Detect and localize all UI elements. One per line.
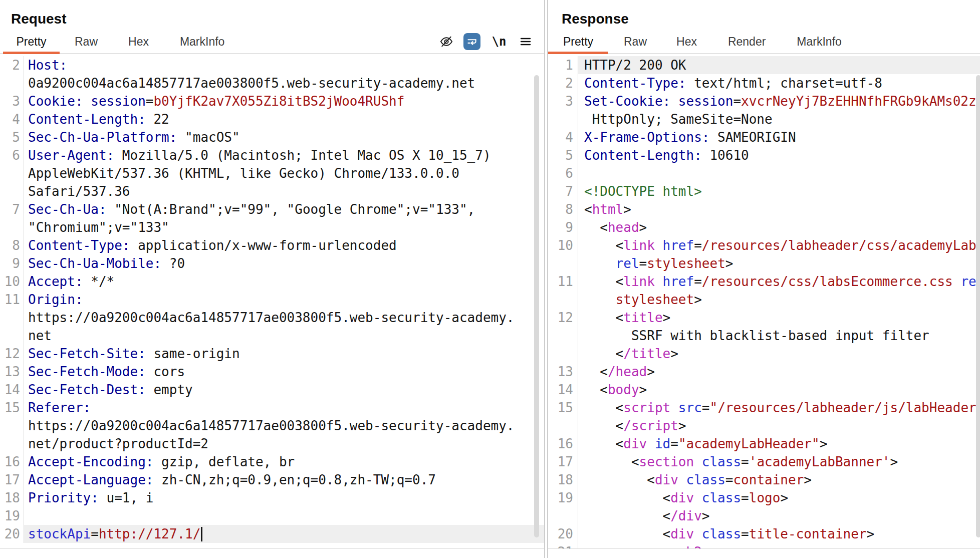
code-line[interactable]: stylesheet> [548,291,980,309]
code-line[interactable]: 16Accept-Encoding: gzip, deflate, br [0,453,544,471]
code-line[interactable]: 10 <link href=/resources/labheader/css/a… [548,236,980,254]
newline-glyphs-toggle-icon[interactable]: \n [492,34,507,49]
code-line[interactable]: SSRF with blacklist-based input filter [548,327,980,345]
request-editor[interactable]: 2Host:0a9200c004ac6a14857717ae003800f5.w… [0,54,544,548]
tab-pretty[interactable]: Pretty [548,30,608,53]
code-line[interactable]: 8Content-Type: application/x-www-form-ur… [0,236,544,254]
code-line[interactable]: 11 <link href=/resources/css/labsEcommer… [548,272,980,291]
code-segment: < [584,202,592,217]
code-line[interactable]: 10Accept: */* [0,272,544,291]
code-line[interactable]: 7Sec-Ch-Ua: "Not(A:Brand";v="99", "Googl… [0,200,544,218]
line-number: 13 [0,363,24,381]
code-line[interactable]: AppleWebKit/537.36 (KHTML, like Gecko) C… [0,164,544,182]
code-line[interactable]: 19 <div class=logo> [548,489,980,507]
tab-raw[interactable]: Raw [624,30,647,53]
code-segment: = [639,256,647,271]
code-text: https://0a9200c004ac6a14857717ae003800f5… [24,309,544,327]
code-line[interactable]: https://0a9200c004ac6a14857717ae003800f5… [0,309,544,327]
code-line[interactable]: </div> [548,507,980,525]
code-segment: > [663,310,671,325]
code-line[interactable]: 3Set-Cookie: session=xvcrNeyYj7BzEHHNfhF… [548,92,980,110]
code-line[interactable]: 13 </head> [548,363,980,381]
code-line[interactable]: 6 [548,164,980,182]
code-segment [670,400,678,415]
response-header: Response PrettyRawHexRenderMarkInfo [548,0,980,54]
code-line[interactable]: https://0a9200c004ac6a14857717ae003800f5… [0,417,544,435]
response-scrollbar-thumb[interactable] [976,75,980,537]
code-segment: < [584,508,670,523]
code-text: 0a9200c004ac6a14857717ae003800f5.web-sec… [24,74,544,92]
code-line[interactable]: 11Origin: [0,291,544,309]
code-line[interactable]: 14Sec-Fetch-Dest: empty [0,381,544,399]
code-text: Cookie: session=b0YjfK2av7X055Zi8itBS2jW… [24,92,544,110]
code-segment: Host: [28,58,67,73]
response-editor[interactable]: 1HTTP/2 200 OK2Content-Type: text/html; … [548,54,980,548]
code-line[interactable]: 12 <title> [548,309,980,327]
code-line[interactable]: 16 <div id="academyLabHeader"> [548,435,980,453]
code-line[interactable]: 15Referer: [0,399,544,417]
code-text: "Chromium";v="133" [24,218,544,236]
code-text: Content-Length: 10610 [578,146,980,164]
hide-markers-eye-icon[interactable] [439,34,454,49]
code-line[interactable]: </script> [548,417,980,435]
word-wrap-toggle-button[interactable] [463,33,480,50]
line-number: 14 [0,381,24,399]
code-text: <div class=title-container> [578,525,980,543]
code-line[interactable]: 13Sec-Fetch-Mode: cors [0,363,544,381]
code-segment: = [694,238,702,253]
code-segment: u=1, i [99,490,154,505]
code-line[interactable]: 2Host: [0,56,544,74]
code-line[interactable]: rel=stylesheet> [548,254,980,272]
code-segment [647,436,655,451]
code-line[interactable]: 21 <h2> [548,543,980,548]
code-line[interactable]: 9Sec-Ch-Ua-Mobile: ?0 [0,254,544,272]
code-segment: Content-Length: [584,148,702,163]
line-number: 4 [0,110,24,128]
code-line[interactable]: 6User-Agent: Mozilla/5.0 (Macintosh; Int… [0,146,544,164]
code-segment: zh-CN,zh;q=0.9,en;q=0.8,zh-TW;q=0.7 [153,472,436,487]
tab-markinfo[interactable]: MarkInfo [797,30,841,53]
code-segment: Accept: [28,274,83,289]
code-line[interactable]: 5Sec-Ch-Ua-Platform: "macOS" [0,128,544,146]
code-line[interactable]: 3Cookie: session=b0YjfK2av7X055Zi8itBS2j… [0,92,544,110]
code-line[interactable]: 15 <script src="/resources/labheader/js/… [548,399,980,417]
code-segment: > [702,508,710,523]
code-line[interactable]: 5Content-Length: 10610 [548,146,980,164]
code-line[interactable]: 0a9200c004ac6a14857717ae003800f5.web-sec… [0,74,544,92]
code-segment: < [584,346,623,361]
code-line[interactable]: </title> [548,345,980,363]
code-line[interactable]: 12Sec-Fetch-Site: same-origin [0,345,544,363]
code-text: User-Agent: Mozilla/5.0 (Macintosh; Inte… [24,146,544,164]
code-line[interactable]: 8<html> [548,200,980,218]
code-line[interactable]: net [0,327,544,345]
code-line[interactable]: 4Content-Length: 22 [0,110,544,128]
code-line[interactable]: 17Accept-Language: zh-CN,zh;q=0.9,en;q=0… [0,471,544,489]
code-line[interactable]: Safari/537.36 [0,182,544,200]
code-line[interactable]: "Chromium";v="133" [0,218,544,236]
code-line[interactable]: net/product?productId=2 [0,435,544,453]
line-number: 8 [548,200,578,218]
menu-icon[interactable] [519,35,532,48]
line-number: 17 [548,453,578,471]
code-line[interactable]: 7<!DOCTYPE html> [548,182,980,200]
code-line[interactable]: 2Content-Type: text/html; charset=utf-8 [548,74,980,92]
code-line[interactable]: 19 [0,507,544,525]
code-line[interactable]: 14 <body> [548,381,980,399]
tab-hex[interactable]: Hex [676,30,697,53]
code-line[interactable]: 9 <head> [548,218,980,236]
code-line[interactable]: 1HTTP/2 200 OK [548,56,980,74]
code-line[interactable]: HttpOnly; SameSite=None [548,110,980,128]
code-line[interactable]: 4X-Frame-Options: SAMEORIGIN [548,128,980,146]
code-line[interactable]: 18Priority: u=1, i [0,489,544,507]
tab-render[interactable]: Render [728,30,766,53]
code-segment: b0YjfK2av7X055Zi8itBS2jWoo4RUShf [153,94,404,109]
code-text: <head> [578,218,980,236]
code-segment: Mozilla/5.0 (Macintosh; Intel Mac OS X 1… [114,148,491,163]
code-line[interactable]: 17 <section class='academyLabBanner'> [548,453,980,471]
code-text: Sec-Fetch-Dest: empty [24,381,544,399]
code-line[interactable]: 20stockApi=http://127.1/ [0,525,544,543]
code-segment: Sec-Fetch-Site: [28,346,146,361]
code-line[interactable]: 20 <div class=title-container> [548,525,980,543]
code-line[interactable]: 18 <div class=container> [548,471,980,489]
request-scrollbar-thumb[interactable] [534,75,539,537]
